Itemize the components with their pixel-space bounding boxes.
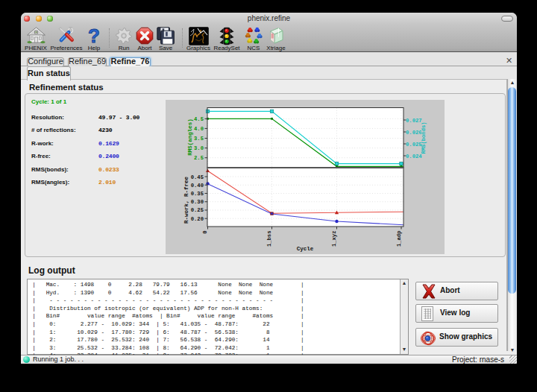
svg-text:0.30: 0.30: [191, 199, 204, 205]
svg-text:0.25: 0.25: [191, 207, 204, 213]
svg-text:0.026: 0.026: [406, 130, 422, 136]
svg-text:0.40: 0.40: [191, 183, 204, 189]
svg-text:0.45: 0.45: [191, 174, 204, 180]
svg-text:4.0: 4.0: [194, 126, 204, 132]
svg-text:RMS(bonds): RMS(bonds): [421, 121, 427, 154]
svg-text:Cycle: Cycle: [297, 246, 314, 252]
svg-text:1_xyz: 1_xyz: [331, 231, 337, 247]
svg-text:0: 0: [202, 231, 208, 234]
svg-text:2.5: 2.5: [194, 155, 204, 161]
svg-text:3.0: 3.0: [194, 145, 204, 151]
svg-text:0.20: 0.20: [191, 216, 204, 222]
svg-text:0.027: 0.027: [406, 118, 422, 124]
svg-text:1_bss: 1_bss: [266, 231, 272, 247]
svg-text:4.5: 4.5: [194, 116, 204, 122]
svg-text:0.35: 0.35: [191, 191, 204, 197]
svg-text:3.5: 3.5: [194, 136, 204, 142]
svg-text:RMS(angles): RMS(angles): [187, 118, 193, 156]
svg-text:0.024: 0.024: [406, 154, 422, 159]
svg-text:R-work, R-free: R-work, R-free: [183, 176, 189, 224]
svg-text:0.025: 0.025: [406, 142, 422, 148]
svg-text:1_adp: 1_adp: [396, 231, 402, 247]
